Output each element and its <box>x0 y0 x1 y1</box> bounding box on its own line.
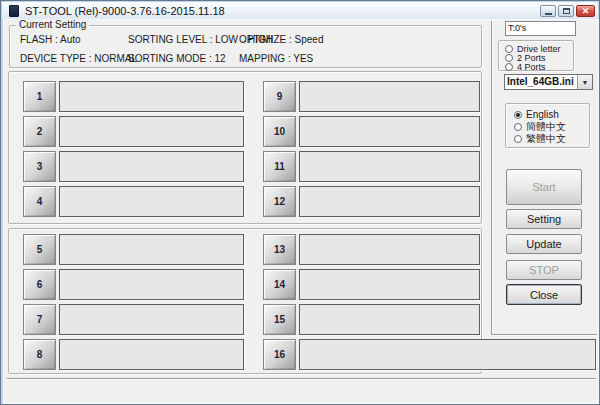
slot-button-12[interactable]: 12 <box>263 186 296 217</box>
radio-icon <box>505 63 513 71</box>
slot-panel-8 <box>59 339 244 370</box>
radio-icon <box>505 54 513 62</box>
slot-panel-9 <box>299 81 480 112</box>
ini-selected-value: Intel_64GB.ini <box>505 75 577 89</box>
slot-button-2[interactable]: 2 <box>23 116 56 147</box>
slot-button-9[interactable]: 9 <box>263 81 296 112</box>
app-icon <box>9 5 19 17</box>
radio-icon <box>514 111 522 119</box>
close-action-button[interactable]: Close <box>506 284 582 305</box>
status-divider <box>7 378 596 380</box>
maximize-icon <box>563 8 570 14</box>
slot-button-15[interactable]: 15 <box>263 304 296 335</box>
slot-button-14[interactable]: 14 <box>263 269 296 300</box>
slot-button-10[interactable]: 10 <box>263 116 296 147</box>
radio-icon <box>514 123 522 131</box>
language-option-label: English <box>526 109 559 120</box>
minimize-button[interactable] <box>540 5 556 17</box>
window-controls: ✕ <box>540 5 595 17</box>
slot-panel-11 <box>299 151 480 182</box>
slot-button-4[interactable]: 4 <box>23 186 56 217</box>
ports-group: Drive letter2 Ports4 Ports <box>498 40 574 71</box>
slot-panel-2 <box>59 116 244 147</box>
language-group: English簡體中文繁體中文 <box>505 103 590 148</box>
setting-optimize: OPTIMIZE : Speed <box>239 34 323 45</box>
slot-button-13[interactable]: 13 <box>263 234 296 265</box>
slot-panel-6 <box>59 269 244 300</box>
slot-button-6[interactable]: 6 <box>23 269 56 300</box>
language-option-label: 繁體中文 <box>526 132 566 146</box>
maximize-button[interactable] <box>558 5 574 17</box>
slot-panel-3 <box>59 151 244 182</box>
slot-button-8[interactable]: 8 <box>23 339 56 370</box>
slot-button-16[interactable]: 16 <box>263 339 296 370</box>
port-option-2[interactable]: 4 Ports <box>505 62 546 71</box>
slot-button-1[interactable]: 1 <box>23 81 56 112</box>
stop-button[interactable]: STOP <box>506 260 582 280</box>
slot-panel-12 <box>299 186 480 217</box>
port-option-label: 4 Ports <box>517 62 546 72</box>
slot-panel-16 <box>299 339 596 370</box>
slot-panel-15 <box>299 304 480 335</box>
titlebar: ST-TOOL (Rel)-9000-3.76.16-2015.11.18 ✕ <box>2 2 598 20</box>
divider-vertical <box>491 21 493 334</box>
start-button[interactable]: Start <box>506 169 582 205</box>
setting-sorting-mode: SORTING MODE : 12 <box>128 53 226 64</box>
minimize-icon <box>545 13 552 15</box>
language-option-2[interactable]: 繁體中文 <box>514 133 566 144</box>
ini-select[interactable]: Intel_64GB.ini ▼ <box>504 74 593 90</box>
slot-button-11[interactable]: 11 <box>263 151 296 182</box>
current-setting-group: Current Setting FLASH : Auto SORTING LEV… <box>9 25 482 68</box>
slot-panel-1 <box>59 81 244 112</box>
setting-button[interactable]: Setting <box>506 209 582 229</box>
app-window: ST-TOOL (Rel)-9000-3.76.16-2015.11.18 ✕ … <box>0 0 600 405</box>
language-option-0[interactable]: English <box>514 109 559 120</box>
chevron-down-icon: ▼ <box>582 79 589 86</box>
slot-panel-13 <box>299 234 480 265</box>
slot-panel-14 <box>299 269 480 300</box>
setting-flash: FLASH : Auto <box>20 34 81 45</box>
slot-panel-10 <box>299 116 480 147</box>
setting-mapping: MAPPING : YES <box>239 53 313 64</box>
dropdown-button[interactable]: ▼ <box>577 75 592 89</box>
window-title: ST-TOOL (Rel)-9000-3.76.16-2015.11.18 <box>25 2 225 20</box>
close-icon: ✕ <box>582 7 590 16</box>
radio-icon <box>505 45 513 53</box>
update-button[interactable]: Update <box>506 234 582 254</box>
slot-button-3[interactable]: 3 <box>23 151 56 182</box>
slot-panel-7 <box>59 304 244 335</box>
client-area: Current Setting FLASH : Auto SORTING LEV… <box>4 20 598 403</box>
slot-panel-4 <box>59 186 244 217</box>
close-button[interactable]: ✕ <box>576 5 595 17</box>
current-setting-label: Current Setting <box>16 19 89 31</box>
divider-horizontal-right <box>491 334 597 336</box>
language-option-1[interactable]: 簡體中文 <box>514 121 566 132</box>
slot-button-7[interactable]: 7 <box>23 304 56 335</box>
slot-panel-5 <box>59 234 244 265</box>
setting-device-type: DEVICE TYPE : NORMAL <box>20 53 137 64</box>
slot-button-5[interactable]: 5 <box>23 234 56 265</box>
status-field[interactable]: T:0's <box>505 21 576 36</box>
radio-icon <box>514 135 522 143</box>
